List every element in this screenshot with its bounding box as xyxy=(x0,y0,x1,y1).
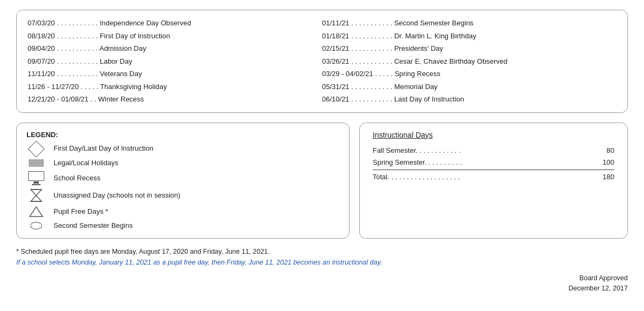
legend-item: Unassigned Day (schools not in session) xyxy=(26,188,339,202)
triangle-icon xyxy=(26,206,46,218)
date-row: 05/31/21 . . . . . . . . . . . Memorial … xyxy=(322,82,616,92)
dates-left-column: 07/03/20 . . . . . . . . . . . Independe… xyxy=(28,18,322,105)
inst-row-value: 180 xyxy=(598,171,614,183)
instructional-days-rows: Fall Semester. . . . . . . . . . . .80Sp… xyxy=(373,145,614,183)
footer-notes: * Scheduled pupil free days are Monday, … xyxy=(16,246,628,268)
date-row: 09/07/20 . . . . . . . . . . . Labor Day xyxy=(28,56,322,67)
board-approved-date: December 12, 2017 xyxy=(16,283,628,294)
inst-row: Total. . . . . . . . . . . . . . . . . .… xyxy=(373,171,614,183)
inst-row-label: Total. . . . . . . . . . . . . . . . . .… xyxy=(373,171,598,183)
legend-item: First Day/Last Day of Instruction xyxy=(26,143,339,155)
inst-row: Spring Semester. . . . . . . . . .100 xyxy=(373,157,614,168)
date-row: 11/11/20 . . . . . . . . . . . Veterans … xyxy=(28,69,322,79)
inst-row: Fall Semester. . . . . . . . . . . .80 xyxy=(373,145,614,157)
legend-item-label: Unassigned Day (schools not in session) xyxy=(53,191,180,200)
svg-marker-1 xyxy=(31,195,42,201)
board-approved-label: Board Approved xyxy=(16,273,628,283)
legend-items: First Day/Last Day of InstructionLegal/L… xyxy=(26,143,339,231)
date-row: 08/18/20 . . . . . . . . . . . First Day… xyxy=(28,31,322,42)
legend-item-label: Second Semester Begins xyxy=(53,221,133,231)
gray-rect-icon xyxy=(26,159,46,167)
hourglass-icon xyxy=(26,188,46,202)
inst-row-label: Spring Semester. . . . . . . . . . xyxy=(373,157,598,168)
oval-icon xyxy=(26,222,46,229)
svg-marker-0 xyxy=(31,190,42,195)
bottom-section: LEGEND: First Day/Last Day of Instructio… xyxy=(16,123,628,239)
inst-row-value: 80 xyxy=(598,145,614,157)
legend-item: School Recess xyxy=(26,171,339,185)
date-row: 01/11/21 . . . . . . . . . . . Second Se… xyxy=(322,18,616,29)
inst-divider xyxy=(373,170,614,170)
diamond-icon xyxy=(26,143,46,155)
legend-title: LEGEND: xyxy=(26,131,339,139)
date-row: 03/26/21 . . . . . . . . . . . Cesar E. … xyxy=(322,56,616,67)
date-row: 03/29 - 04/02/21 . . . . . Spring Recess xyxy=(322,69,616,79)
svg-marker-4 xyxy=(30,207,43,217)
footer-note1: * Scheduled pupil free days are Monday, … xyxy=(16,246,628,257)
date-row: 01/18/21 . . . . . . . . . . . Dr. Marti… xyxy=(322,31,616,42)
date-row: 06/10/21 . . . . . . . . . . . Last Day … xyxy=(322,94,616,105)
date-row: 07/03/20 . . . . . . . . . . . Independe… xyxy=(28,18,322,29)
dates-box: 07/03/20 . . . . . . . . . . . Independe… xyxy=(16,10,628,113)
legend-item-label: Legal/Local Holidays xyxy=(53,158,118,168)
date-row: 12/21/20 - 01/08/21 . . Winter Recess xyxy=(28,94,322,105)
dates-right-column: 01/11/21 . . . . . . . . . . . Second Se… xyxy=(322,18,616,105)
legend-item: Legal/Local Holidays xyxy=(26,158,339,168)
legend-item-label: First Day/Last Day of Instruction xyxy=(53,144,153,153)
legend-item: Second Semester Begins xyxy=(26,221,339,231)
inst-row-value: 100 xyxy=(598,157,614,168)
instructional-days-title: Instructional Days xyxy=(373,131,614,139)
inst-row-label: Fall Semester. . . . . . . . . . . . xyxy=(373,145,598,157)
date-row: 11/26 - 11/27/20 . . . . . Thanksgiving … xyxy=(28,82,322,92)
legend-item: Pupil Free Days * xyxy=(26,206,339,218)
date-row: 02/15/21 . . . . . . . . . . . President… xyxy=(322,43,616,54)
legend-item-label: School Recess xyxy=(53,173,100,183)
legend-box: LEGEND: First Day/Last Day of Instructio… xyxy=(16,123,350,239)
legend-item-label: Pupil Free Days * xyxy=(53,207,108,217)
instructional-days-box: Instructional Days Fall Semester. . . . … xyxy=(359,123,628,239)
board-approved: Board Approved December 12, 2017 xyxy=(16,273,628,294)
date-row: 09/04/20 . . . . . . . . . . . Admission… xyxy=(28,43,322,54)
footer-note2: If a school selects Monday, January 11, … xyxy=(16,257,628,268)
monitor-icon xyxy=(26,171,46,185)
